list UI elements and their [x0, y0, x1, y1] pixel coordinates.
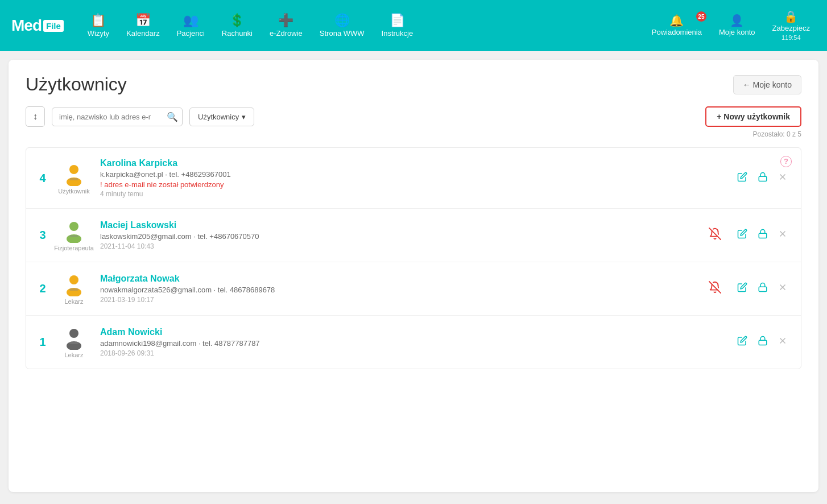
- nav-item-e-zdrowie[interactable]: ➕ e-Zdrowie: [263, 10, 309, 42]
- edit-button[interactable]: [735, 170, 750, 187]
- delete-button[interactable]: [776, 170, 789, 187]
- nav-icon-zabezpiecz: 🔒: [784, 11, 798, 22]
- user-number: 4: [38, 172, 48, 185]
- filter-arrow: ▾: [242, 113, 246, 121]
- page-title: Użytkownicy: [26, 74, 127, 95]
- user-date: 2021-03-19 10:17: [100, 296, 700, 304]
- nav-label-e-zdrowie: e-Zdrowie: [270, 29, 303, 38]
- svg-line-16: [709, 282, 721, 293]
- nav-icon-wizyty: 📋: [90, 14, 106, 27]
- nav-icon-rachunki: 💲: [229, 14, 245, 27]
- svg-rect-23: [759, 340, 767, 345]
- new-user-button[interactable]: + Nowy użytkownik: [705, 106, 801, 127]
- help-icon[interactable]: ?: [780, 155, 792, 167]
- lock-button[interactable]: [755, 226, 770, 244]
- edit-button[interactable]: [735, 333, 750, 351]
- notifications-off-icon: [709, 281, 721, 296]
- search-input[interactable]: [52, 108, 183, 126]
- user-avatar: Lekarz: [57, 326, 91, 358]
- filter-label: Użytkownicy: [198, 113, 239, 121]
- user-contact: laskowskim205@gmail.com · tel. +48670670…: [100, 232, 700, 241]
- logo-file: File: [43, 20, 64, 32]
- avatar-role: Lekarz: [64, 298, 83, 305]
- badge-powiadomienia: 25: [696, 11, 706, 22]
- nav-right-item-zabezpiecz[interactable]: 🔒 Zabezpiecz119:54: [767, 7, 816, 44]
- edit-button[interactable]: [735, 280, 750, 298]
- main-content: Użytkownicy ← Moje konto ↕ 🔍 Użytkownicy…: [9, 60, 818, 492]
- logo[interactable]: Med File: [11, 16, 64, 35]
- nav-item-pacjenci[interactable]: 👥 Pacjenci: [170, 10, 212, 42]
- user-contact: nowakmalgorzata526@gmail.com · tel. 4867…: [100, 286, 700, 294]
- edit-button[interactable]: [735, 226, 750, 244]
- avatar-icon: [62, 162, 86, 186]
- svg-point-6: [69, 222, 78, 231]
- back-button[interactable]: ← Moje konto: [733, 75, 801, 94]
- nav-icon-moje-konto: 👤: [730, 15, 744, 26]
- svg-rect-17: [759, 287, 767, 291]
- nav-icon-kalendarz: 📅: [135, 14, 151, 27]
- logo-med: Med: [11, 16, 42, 35]
- svg-point-0: [69, 165, 78, 174]
- remaining-text: Pozostało: 0 z 5: [26, 130, 801, 138]
- delete-button[interactable]: [776, 227, 789, 243]
- lock-button[interactable]: [755, 170, 770, 187]
- user-name: Maciej Laskowski: [100, 220, 700, 230]
- user-info: Maciej Laskowski laskowskim205@gmail.com…: [100, 220, 700, 250]
- avatar-role: Fizjoterapeuta: [54, 245, 94, 251]
- nav-right-item-moje-konto[interactable]: 👤 Moje konto: [713, 11, 761, 40]
- delete-button[interactable]: [776, 334, 789, 350]
- user-number: 2: [38, 282, 48, 295]
- avatar-icon: [62, 272, 86, 296]
- nav-right: 25🔔 Powiadomienia👤 Moje konto🔒 Zabezpiec…: [646, 7, 816, 44]
- toolbar: ↕ 🔍 Użytkownicy ▾ + Nowy użytkownik: [26, 106, 801, 127]
- user-actions: [735, 170, 789, 187]
- nav-label-strona-www: Strona WWW: [320, 29, 365, 38]
- user-avatar: Fizjoterapeuta: [57, 219, 91, 251]
- nav-item-wizyty[interactable]: 📋 Wizyty: [81, 10, 116, 42]
- delete-button[interactable]: [776, 280, 789, 297]
- user-name: Małgorzata Nowak: [100, 274, 700, 284]
- svg-rect-8: [69, 235, 78, 237]
- page-header: Użytkownicy ← Moje konto: [26, 74, 801, 95]
- user-info: Adam Nowicki adamnowicki198@gmail.com · …: [100, 327, 726, 357]
- filter-button[interactable]: Użytkownicy ▾: [189, 108, 254, 126]
- nav-item-strona-www[interactable]: 🌐 Strona WWW: [313, 10, 371, 42]
- user-date: 2021-11-04 10:43: [100, 242, 700, 250]
- svg-line-9: [709, 228, 721, 239]
- nav-label-kalendarz: Kalendarz: [126, 29, 160, 38]
- nav-icon-instrukcje: 📄: [390, 14, 405, 27]
- user-info: Małgorzata Nowak nowakmalgorzata526@gmai…: [100, 274, 700, 304]
- search-icon-button[interactable]: 🔍: [167, 111, 178, 122]
- user-row: 3 Fizjoterapeuta Maciej Laskowski laskow…: [26, 209, 801, 262]
- nav-icon-powiadomienia: 🔔: [669, 15, 684, 26]
- svg-rect-3: [759, 176, 767, 181]
- nav-label-wizyty: Wizyty: [88, 29, 109, 38]
- user-actions: [735, 280, 789, 298]
- user-name: Adam Nowicki: [100, 327, 726, 337]
- user-actions: [735, 226, 789, 244]
- nav-label-rachunki: Rachunki: [222, 29, 253, 38]
- lock-button[interactable]: [755, 333, 770, 351]
- lock-button[interactable]: [755, 280, 770, 298]
- user-date: 2018-09-26 09:31: [100, 349, 726, 357]
- nav-icon-e-zdrowie: ➕: [278, 14, 293, 27]
- user-row: 4 Użytkownik Karolina Karpicka k.karpick…: [26, 148, 801, 209]
- svg-point-20: [69, 329, 78, 338]
- email-warning: ! adres e-mail nie został potwierdzony: [100, 180, 726, 189]
- nav-label-moje-konto: Moje konto: [719, 28, 755, 36]
- user-number: 1: [38, 336, 48, 349]
- nav-item-instrukcje[interactable]: 📄 Instrukcje: [375, 10, 420, 42]
- user-row: 1 Lekarz Adam Nowicki adamnowicki198@gma…: [26, 316, 801, 369]
- user-avatar: Użytkownik: [57, 162, 91, 195]
- svg-rect-22: [69, 342, 78, 344]
- nav-item-rachunki[interactable]: 💲 Rachunki: [215, 10, 259, 42]
- nav-label-powiadomienia: Powiadomienia: [652, 28, 702, 36]
- svg-rect-15: [69, 288, 78, 291]
- user-row: 2 Lekarz Małgorzata Nowak nowakmalgorzat…: [26, 262, 801, 316]
- notifications-off-icon: [709, 228, 721, 243]
- user-contact: k.karpicka@onet.pl · tel. +48629367001: [100, 170, 726, 179]
- nav-right-item-powiadomienia[interactable]: 25🔔 Powiadomienia: [646, 11, 708, 40]
- nav-item-kalendarz[interactable]: 📅 Kalendarz: [119, 10, 167, 42]
- sort-button[interactable]: ↕: [26, 106, 45, 127]
- nav-icon-pacjenci: 👥: [183, 14, 199, 27]
